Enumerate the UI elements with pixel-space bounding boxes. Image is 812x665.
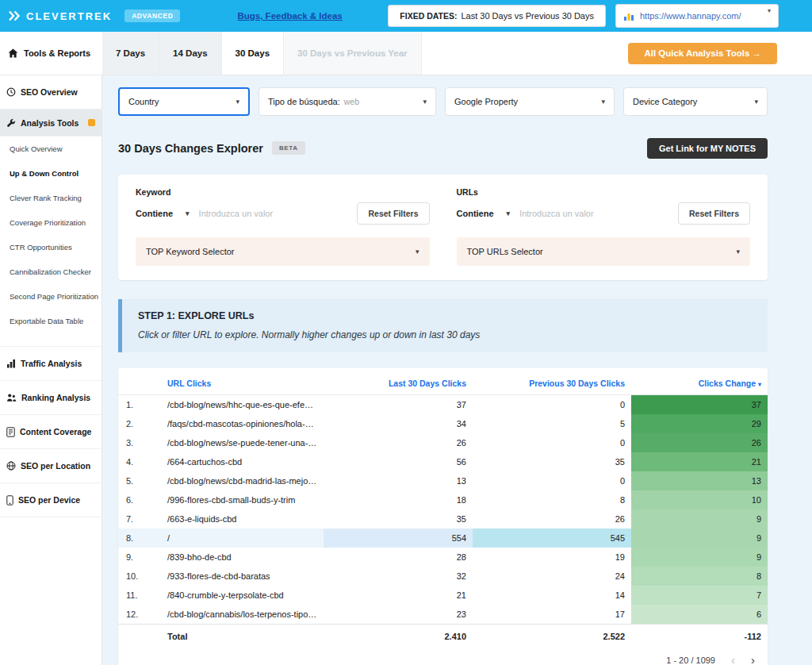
urls-label: URLs [457, 187, 751, 197]
row-index: 12. [118, 605, 161, 625]
last30-cell: 18 [324, 490, 473, 509]
sidebar-item-up-down-control[interactable]: Up & Down Control [0, 161, 102, 186]
prev30-cell: 26 [473, 509, 631, 529]
row-index: 2. [118, 414, 161, 433]
sidebar-item-seo-per-location[interactable]: SEO per Location [0, 449, 102, 483]
tab-7-days[interactable]: 7 Days [102, 32, 159, 75]
sidebar-item-cannibalization-checker[interactable]: Cannibalization Checker [0, 259, 102, 284]
sidebar-item-coverage-prioritization[interactable]: Coverage Prioritization [0, 210, 102, 235]
urls-filter-group: URLs Contiene ▾ Reset Filters TOP URLs S… [457, 187, 751, 266]
filter-dropdown-device-category[interactable]: Device Category▾ [623, 87, 768, 116]
sidebar-item-label: SEO per Location [21, 461, 90, 471]
table-row[interactable]: 7./663-e-liquids-cbd35269 [118, 509, 768, 529]
site-url: https://www.hannapy.com/ [640, 11, 741, 21]
bar-chart-icon [6, 359, 16, 368]
filter-dropdown-tipo-de-b-squeda[interactable]: Tipo de búsqueda:web▾ [259, 87, 436, 116]
url-cell[interactable]: /839-bho-de-cbd [161, 548, 324, 567]
chevron-down-icon: ▾ [236, 98, 239, 106]
url-cell[interactable]: / [161, 529, 324, 548]
table-row[interactable]: 3./cbd-blog/news/se-puede-tener-una-sobr… [118, 433, 768, 452]
sidebar-item-label: Quick Overview [10, 144, 63, 153]
fixed-dates-value: Last 30 Days vs Previous 30 Days [461, 11, 594, 21]
filter-label: Tipo de búsqueda: [268, 97, 340, 106]
next-page-icon[interactable]: › [751, 654, 755, 665]
table-row[interactable]: 11./840-crumble-y-terpsolate-cbd21147 [118, 586, 768, 605]
sidebar-item-label: Clever Rank Tracking [10, 194, 82, 202]
url-cell[interactable]: /933-flores-de-cbd-baratas [161, 567, 324, 586]
keyword-filter-row: Contiene ▾ Reset Filters [136, 202, 430, 225]
top-keyword-selector[interactable]: TOP Keyword Selector ▾ [136, 237, 430, 266]
sidebar-item-clever-rank-tracking[interactable]: Clever Rank Tracking [0, 186, 102, 210]
table-row[interactable]: 8./5545459 [118, 529, 768, 548]
top-urls-selector[interactable]: TOP URLs Selector ▾ [457, 237, 751, 266]
last30-cell: 13 [324, 471, 473, 490]
urls-condition-select[interactable]: Contiene ▾ [457, 209, 511, 218]
table-row[interactable]: 10./933-flores-de-cbd-baratas32248 [118, 567, 768, 586]
sidebar-item-seo-per-device[interactable]: SEO per Device [0, 483, 102, 517]
url-cell[interactable]: /cbd-blog/news/cbd-madrid-las-mejores-ti… [161, 471, 324, 490]
sidebar-item-analysis-tools[interactable]: Analysis Tools [0, 110, 102, 136]
all-quick-analysis-tools-button[interactable]: All Quick Analysis Tools → [628, 43, 777, 64]
url-cell[interactable]: /996-flores-cbd-small-buds-y-trim [161, 490, 324, 509]
sidebar-item-content-coverage[interactable]: Content Coverage [0, 415, 102, 449]
prev30-cell: 0 [473, 395, 631, 415]
change-cell: 26 [631, 433, 768, 452]
prev-page-icon[interactable]: ‹ [731, 654, 735, 665]
row-index: 10. [118, 567, 161, 586]
filter-dropdown-country[interactable]: Country▾ [118, 87, 250, 116]
total-row: Total2.4102.522-112 [118, 625, 768, 649]
table-row[interactable]: 5./cbd-blog/news/cbd-madrid-las-mejores-… [118, 471, 768, 490]
row-index: 8. [118, 529, 161, 548]
tab-30-days[interactable]: 30 Days [222, 32, 284, 75]
keyword-condition-select[interactable]: Contiene ▾ [136, 209, 190, 218]
col-last-30-days-clicks[interactable]: Last 30 Days Clicks [324, 373, 473, 395]
sidebar-item-traffic-analysis[interactable]: Traffic Analysis [0, 347, 102, 381]
sidebar-item-quick-overview[interactable]: Quick Overview [0, 136, 102, 161]
tools-and-reports[interactable]: Tools & Reports [0, 32, 102, 75]
keyword-reset-filters-button[interactable]: Reset Filters [357, 202, 429, 225]
prev30-cell: 0 [473, 471, 631, 490]
url-cell[interactable]: /cbd-blog/news/hhc-que-es-que-efectos-ti… [161, 395, 324, 415]
advanced-badge: ADVANCED [124, 10, 180, 22]
total-value: 2.410 [324, 625, 473, 649]
urls-reset-filters-button[interactable]: Reset Filters [678, 202, 750, 225]
sidebar-item-ranking-analysis[interactable]: Ranking Analysis [0, 381, 102, 415]
url-cell[interactable]: /cbd-blog/news/se-puede-tener-una-sobre.… [161, 433, 324, 452]
table-row[interactable]: 6./996-flores-cbd-small-buds-y-trim18810 [118, 490, 768, 509]
urls-value-input[interactable] [519, 209, 637, 218]
col-clicks-change[interactable]: Clicks Change ▾ [631, 373, 768, 395]
feedback-link[interactable]: Bugs, Feedback & Ideas [237, 11, 342, 21]
table-row[interactable]: 1./cbd-blog/news/hhc-que-es-que-efectos-… [118, 395, 768, 415]
url-cell[interactable]: /663-e-liquids-cbd [161, 509, 324, 529]
table-row[interactable]: 4./664-cartuchos-cbd563521 [118, 452, 768, 471]
url-cell[interactable]: /840-crumble-y-terpsolate-cbd [161, 586, 324, 605]
filter-dropdown-google-property[interactable]: Google Property▾ [445, 87, 615, 116]
tab-14-days[interactable]: 14 Days [159, 32, 221, 75]
sidebar-item-ctr-opportunities[interactable]: CTR Opportunities [0, 235, 102, 259]
col-url-clicks[interactable]: URL Clicks [161, 373, 324, 395]
sidebar-item-label: Coverage Prioritization [10, 218, 86, 227]
last30-cell: 26 [324, 433, 473, 452]
sidebar-item-label: SEO per Device [18, 495, 80, 505]
col-previous-30-days-clicks[interactable]: Previous 30 Days Clicks [473, 373, 631, 395]
site-selector[interactable]: https://www.hannapy.com/ ▾ [615, 4, 779, 28]
filters-row: Country▾Tipo de búsqueda:web▾Google Prop… [118, 87, 768, 116]
globe-icon [6, 461, 16, 471]
fixed-dates-box: FIXED DATES: Last 30 Days vs Previous 30… [388, 5, 606, 27]
table-row[interactable]: 2./faqs/cbd-mascotas-opiniones/hola-veo-… [118, 414, 768, 433]
get-link-my-notes-button[interactable]: Get Link for MY NOTES [647, 138, 768, 159]
tab-30-days-vs-previous-year: 30 Days vs Previous Year [284, 32, 422, 75]
change-cell: 29 [631, 414, 768, 433]
sidebar-item-exportable-data-table[interactable]: Exportable Data Table [0, 309, 102, 333]
sidebar-item-seo-overview[interactable]: SEO Overview [0, 75, 102, 110]
table-row[interactable]: 9./839-bho-de-cbd28199 [118, 548, 768, 567]
total-value [118, 625, 161, 649]
url-cell[interactable]: /664-cartuchos-cbd [161, 452, 324, 471]
page-title: 30 Days Changes Explorer [118, 142, 263, 155]
url-cell[interactable]: /faqs/cbd-mascotas-opiniones/hola-veo-qu… [161, 414, 324, 433]
sidebar-item-second-page-prioritization[interactable]: Second Page Prioritization [0, 284, 102, 309]
table-row[interactable]: 12./cbd-blog/cannabis/los-terpenos-tipos… [118, 605, 768, 625]
keyword-value-input[interactable] [199, 209, 316, 218]
url-cell[interactable]: /cbd-blog/cannabis/los-terpenos-tipos-y-… [161, 605, 324, 625]
sort-desc-icon[interactable]: ▾ [758, 381, 761, 388]
